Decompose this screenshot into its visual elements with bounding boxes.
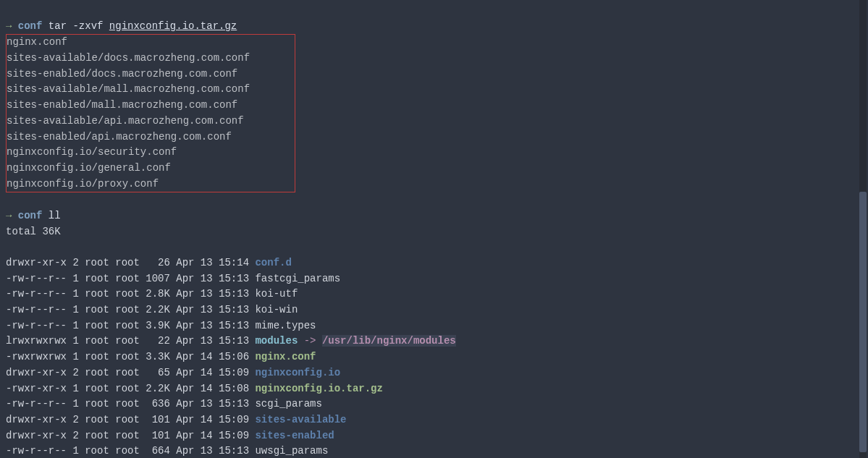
extracted-file: sites-available/docs.macrozheng.com.conf — [7, 51, 289, 67]
file-name: mime.types — [255, 320, 316, 331]
listing-row: drwxr-xr-x 2 root root 101 Apr 14 15:09 … — [6, 412, 862, 428]
extracted-file: nginxconfig.io/general.conf — [7, 161, 289, 177]
listing-row: -rwxrwxrwx 1 root root 3.3K Apr 14 15:06… — [6, 349, 862, 365]
prompt-line-1: → conf tar -zxvf nginxconfig.io.tar.gz — [6, 20, 237, 32]
link-target: /usr/lib/nginx/modules — [322, 335, 456, 347]
extracted-file: sites-enabled/mall.macrozheng.com.conf — [7, 98, 289, 114]
scrollbar-thumb[interactable] — [859, 192, 867, 452]
extracted-file: nginxconfig.io/proxy.conf — [7, 177, 289, 192]
listing-row: -rw-r--r-- 1 root root 3.9K Apr 13 15:13… — [6, 318, 862, 334]
file-name: uwsgi_params — [255, 445, 328, 457]
highlight-box: nginx.confsites-available/docs.macrozhen… — [6, 34, 295, 192]
prompt-path: conf — [18, 20, 43, 32]
file-name: conf.d — [255, 257, 291, 268]
extracted-file: nginx.conf — [7, 35, 289, 51]
file-name: sites-available — [255, 414, 346, 425]
listing-row: -rw-r--r-- 1 root root 664 Apr 13 15:13 … — [6, 444, 862, 458]
scrollbar-track[interactable] — [859, 0, 867, 458]
listing-row: drwxr-xr-x 2 root root 101 Apr 14 15:09 … — [6, 428, 862, 444]
file-name: fastcgi_params — [255, 273, 340, 284]
file-name: nginx.conf — [255, 351, 316, 362]
listing-row: -rw-r--r-- 1 root root 2.8K Apr 13 15:13… — [6, 287, 862, 302]
listing-row: -rwxr-xr-x 1 root root 2.2K Apr 14 15:08… — [6, 381, 862, 397]
file-name: scgi_params — [255, 398, 321, 410]
file-name: nginxconfig.io.tar.gz — [255, 383, 382, 394]
listing-row: lrwxrwxrwx 1 root root 22 Apr 13 15:13 m… — [6, 334, 862, 349]
file-name: modules — [255, 335, 298, 347]
prompt-path: conf — [18, 210, 43, 221]
file-name: sites-enabled — [255, 430, 334, 441]
extracted-file: sites-enabled/docs.macrozheng.com.conf — [7, 67, 289, 82]
file-name: koi-utf — [255, 288, 298, 300]
extracted-file: sites-available/api.macrozheng.com.conf — [7, 114, 289, 130]
link-arrow: -> — [298, 335, 322, 347]
prompt-arrow: → — [6, 210, 12, 221]
file-listing: drwxr-xr-x 2 root root 26 Apr 13 15:14 c… — [6, 255, 862, 458]
total-line: total 36K — [6, 224, 862, 240]
prompt-arrow: → — [6, 20, 12, 32]
listing-row: -rw-r--r-- 1 root root 636 Apr 13 15:13 … — [6, 396, 862, 412]
terminal-output[interactable]: → conf tar -zxvf nginxconfig.io.tar.gz n… — [6, 3, 862, 458]
listing-row: drwxr-xr-x 2 root root 26 Apr 13 15:14 c… — [6, 255, 862, 271]
file-name: koi-win — [255, 304, 298, 315]
command-text: ll — [49, 210, 61, 221]
command-arg: nginxconfig.io.tar.gz — [109, 20, 237, 32]
command-text: tar -zxvf — [49, 20, 109, 32]
prompt-line-2: → conf ll — [6, 210, 61, 221]
extracted-file: nginxconfig.io/security.conf — [7, 145, 289, 161]
listing-row: -rw-r--r-- 1 root root 2.2K Apr 13 15:13… — [6, 302, 862, 318]
extracted-file: sites-available/mall.macrozheng.com.conf — [7, 82, 289, 98]
listing-row: drwxr-xr-x 2 root root 65 Apr 14 15:09 n… — [6, 365, 862, 381]
file-name: nginxconfig.io — [255, 367, 340, 378]
listing-row: -rw-r--r-- 1 root root 1007 Apr 13 15:13… — [6, 271, 862, 287]
extracted-file: sites-enabled/api.macrozheng.com.conf — [7, 130, 289, 145]
